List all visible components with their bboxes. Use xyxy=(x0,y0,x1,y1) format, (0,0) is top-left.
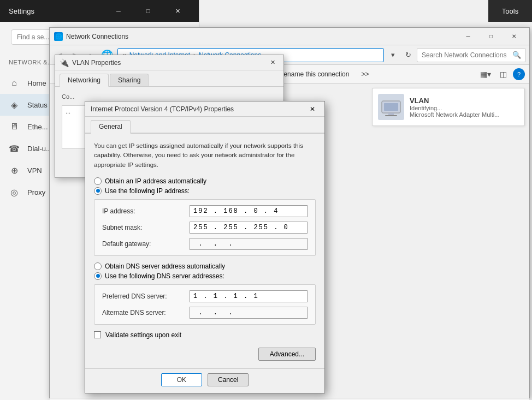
netconn-titlebar: 🌐 Network Connections ─ □ ✕ xyxy=(50,28,529,45)
dns-fields-box: Preferred DNS server: Alternate DNS serv… xyxy=(94,284,316,325)
ip-address-row: IP address: xyxy=(102,205,308,217)
default-gateway-input[interactable] xyxy=(190,238,308,250)
tcpip-dialog: Internet Protocol Version 4 (TCP/IPv4) P… xyxy=(85,101,325,393)
vlan-props-tabs: Networking Sharing xyxy=(55,70,283,87)
ip-address-input[interactable] xyxy=(190,205,308,217)
subnet-mask-input[interactable] xyxy=(190,222,308,234)
tcpip-actions: Advanced... xyxy=(94,345,316,361)
preferred-dns-label: Preferred DNS server: xyxy=(102,292,190,300)
radio-auto-ip[interactable]: Obtain an IP address automatically xyxy=(94,177,316,185)
tab-sharing-label: Sharing xyxy=(118,76,140,84)
vlan-props-icon: 🔌 xyxy=(60,58,69,67)
ip-address-label: IP address: xyxy=(102,207,190,215)
tools-bar: Tools xyxy=(488,0,532,22)
sidebar-item-label: Ethe... xyxy=(27,123,48,131)
radio-manual-dns-input[interactable] xyxy=(94,272,102,280)
view-options-button[interactable]: ▦▾ xyxy=(478,67,493,81)
radio-auto-ip-input[interactable] xyxy=(94,177,102,185)
tcpip-cancel-button[interactable]: Cancel xyxy=(208,373,249,386)
status-bar: 3 items xyxy=(50,398,529,400)
dns-radio-group: Obtain DNS server address automatically … xyxy=(94,262,316,280)
vlan-info: VLAN Identifying... Microsoft Network Ad… xyxy=(410,97,519,118)
tcpip-title: Internet Protocol Version 4 (TCP/IPv4) P… xyxy=(91,105,234,113)
refresh-button[interactable]: ↻ xyxy=(401,49,415,62)
radio-manual-ip[interactable]: Use the following IP address: xyxy=(94,187,316,195)
more-button[interactable]: >> xyxy=(356,68,374,80)
alternate-dns-row: Alternate DNS server: xyxy=(102,307,308,319)
dropdown-button[interactable]: ▾ xyxy=(386,49,399,62)
vlan-adapter: Microsoft Network Adapter Multi... xyxy=(410,111,519,118)
vlan-icon xyxy=(378,94,404,120)
settings-maximize-button[interactable]: □ xyxy=(135,2,161,20)
subnet-mask-label: Subnet mask: xyxy=(102,224,190,231)
tcpip-description: You can get IP settings assigned automat… xyxy=(94,141,316,170)
vlan-status: Identifying... xyxy=(410,105,519,111)
tcpip-body: You can get IP settings assigned automat… xyxy=(85,134,324,368)
netconn-window-icon: 🌐 xyxy=(54,32,63,41)
default-gateway-row: Default gateway: xyxy=(102,238,308,250)
netconn-title: Network Connections xyxy=(66,33,128,40)
rename-button[interactable]: Rename this connection xyxy=(274,68,355,80)
sidebar-item-label: VPN xyxy=(27,166,42,175)
radio-auto-dns-label: Obtain DNS server address automatically xyxy=(105,262,225,270)
tcpip-titlebar: Internet Protocol Version 4 (TCP/IPv4) P… xyxy=(85,102,324,117)
vlan-props-title: VLAN Properties xyxy=(72,59,121,67)
subnet-mask-row: Subnet mask: xyxy=(102,222,308,234)
vpn-icon: ⊕ xyxy=(9,165,20,176)
radio-manual-dns[interactable]: Use the following DNS server addresses: xyxy=(94,272,316,280)
netconn-close-button[interactable]: ✕ xyxy=(503,29,525,44)
settings-title: Settings xyxy=(9,7,34,15)
radio-auto-ip-label: Obtain an IP address automatically xyxy=(105,177,206,185)
home-icon: ⌂ xyxy=(9,77,20,88)
status-icon: ◈ xyxy=(9,99,20,110)
preferred-dns-input[interactable] xyxy=(190,290,308,302)
dialup-icon: ☎ xyxy=(9,143,20,154)
alternate-dns-input[interactable] xyxy=(190,307,308,319)
svg-rect-2 xyxy=(388,113,394,115)
search-box[interactable]: 🔍 xyxy=(417,48,526,62)
svg-rect-3 xyxy=(385,115,397,116)
tab-general[interactable]: General xyxy=(91,120,131,134)
sidebar-item-label: Proxy xyxy=(27,188,45,196)
svg-rect-1 xyxy=(384,103,398,111)
sidebar-item-label: Status xyxy=(27,101,48,109)
tab-networking-label: Networking xyxy=(68,76,101,84)
default-gateway-label: Default gateway: xyxy=(102,240,190,248)
sidebar-item-label: Dial-u... xyxy=(27,145,52,153)
validate-checkbox[interactable] xyxy=(94,331,101,338)
vlan-card[interactable]: VLAN Identifying... Microsoft Network Ad… xyxy=(372,88,525,126)
search-icon: 🔍 xyxy=(512,51,521,59)
tools-label: Tools xyxy=(502,7,518,15)
radio-manual-ip-input[interactable] xyxy=(94,187,102,195)
tcpip-ok-button[interactable]: OK xyxy=(161,373,202,386)
validate-row: Validate settings upon exit xyxy=(94,331,316,339)
alternate-dns-label: Alternate DNS server: xyxy=(102,309,190,317)
vlan-props-titlebar: 🔌 VLAN Properties ✕ xyxy=(55,55,283,70)
radio-auto-dns[interactable]: Obtain DNS server address automatically xyxy=(94,262,316,270)
settings-titlebar: Settings ─ □ ✕ xyxy=(0,0,199,22)
help-button[interactable]: ? xyxy=(513,68,525,80)
radio-manual-dns-label: Use the following DNS server addresses: xyxy=(105,272,224,280)
preferred-dns-row: Preferred DNS server: xyxy=(102,290,308,302)
netconn-maximize-button[interactable]: □ xyxy=(480,29,502,44)
tab-networking[interactable]: Networking xyxy=(60,74,109,87)
vlan-props-close-button[interactable]: ✕ xyxy=(266,57,279,69)
tcpip-ok-cancel: OK Cancel xyxy=(85,368,324,393)
preview-pane-button[interactable]: ◫ xyxy=(495,67,511,81)
connection-text: Co... xyxy=(62,93,277,100)
validate-label: Validate settings upon exit xyxy=(105,331,181,339)
vlan-name: VLAN xyxy=(410,97,519,105)
netconn-minimize-button[interactable]: ─ xyxy=(457,29,479,44)
search-input[interactable] xyxy=(422,51,510,59)
advanced-button[interactable]: Advanced... xyxy=(258,348,316,361)
ip-fields-box: IP address: Subnet mask: Default gateway… xyxy=(94,199,316,256)
proxy-icon: ◎ xyxy=(9,187,20,198)
ethernet-icon: 🖥 xyxy=(9,121,20,132)
tcpip-close-button[interactable]: ✕ xyxy=(306,103,319,115)
settings-minimize-button[interactable]: ─ xyxy=(106,2,131,20)
radio-auto-dns-input[interactable] xyxy=(94,262,102,270)
sidebar-item-label: Home xyxy=(27,79,46,87)
tab-sharing[interactable]: Sharing xyxy=(110,74,149,86)
ip-radio-group: Obtain an IP address automatically Use t… xyxy=(94,177,316,195)
settings-close-button[interactable]: ✕ xyxy=(165,2,190,20)
